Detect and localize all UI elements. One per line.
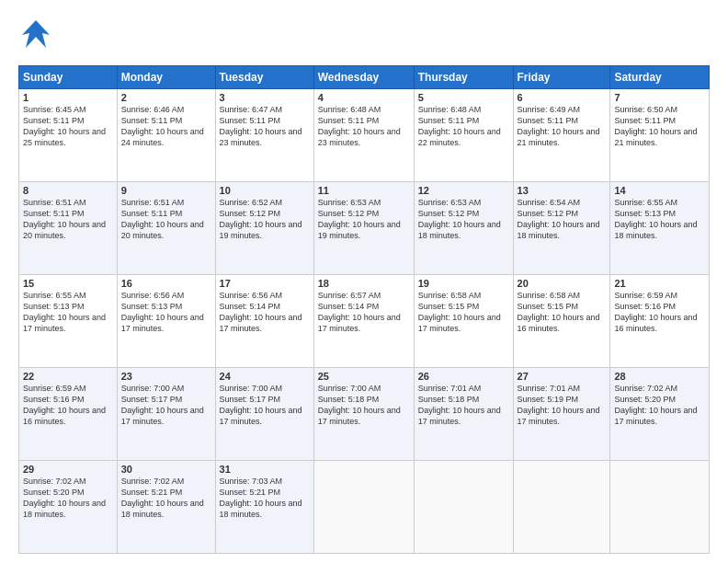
day-info: Sunrise: 6:55 AMSunset: 5:13 PMDaylight:… [23,290,113,335]
day-number: 18 [318,278,410,289]
day-info: Sunrise: 7:00 AMSunset: 5:17 PMDaylight:… [220,383,310,428]
day-cell-11: 11Sunrise: 6:53 AMSunset: 5:12 PMDayligh… [313,182,414,275]
day-cell-26: 26Sunrise: 7:01 AMSunset: 5:18 PMDayligh… [414,368,513,461]
day-cell-15: 15Sunrise: 6:55 AMSunset: 5:13 PMDayligh… [19,275,118,368]
day-cell-31: 31Sunrise: 7:03 AMSunset: 5:21 PMDayligh… [215,461,313,554]
logo [18,17,57,56]
day-number: 6 [518,92,607,103]
day-info: Sunrise: 7:02 AMSunset: 5:20 PMDaylight:… [23,476,113,521]
day-info: Sunrise: 6:48 AMSunset: 5:11 PMDaylight:… [318,104,410,149]
day-number: 9 [121,185,211,196]
day-number: 25 [318,371,410,382]
day-cell-10: 10Sunrise: 6:52 AMSunset: 5:12 PMDayligh… [215,182,313,275]
calendar-week-5: 29Sunrise: 7:02 AMSunset: 5:20 PMDayligh… [19,461,710,554]
day-cell-25: 25Sunrise: 7:00 AMSunset: 5:18 PMDayligh… [313,368,414,461]
day-cell-29: 29Sunrise: 7:02 AMSunset: 5:20 PMDayligh… [19,461,118,554]
day-header-wednesday: Wednesday [313,66,414,89]
day-header-monday: Monday [117,66,215,89]
day-info: Sunrise: 6:58 AMSunset: 5:15 PMDaylight:… [418,290,509,335]
day-cell-16: 16Sunrise: 6:56 AMSunset: 5:13 PMDayligh… [117,275,215,368]
day-number: 8 [23,185,113,196]
day-number: 29 [23,464,113,475]
day-info: Sunrise: 6:46 AMSunset: 5:11 PMDaylight:… [121,104,211,149]
empty-cell [313,461,414,554]
empty-cell [414,461,513,554]
day-cell-27: 27Sunrise: 7:01 AMSunset: 5:19 PMDayligh… [513,368,610,461]
day-cell-9: 9Sunrise: 6:51 AMSunset: 5:11 PMDaylight… [117,182,215,275]
day-cell-4: 4Sunrise: 6:48 AMSunset: 5:11 PMDaylight… [313,89,414,182]
day-header-thursday: Thursday [414,66,513,89]
day-header-tuesday: Tuesday [215,66,313,89]
empty-cell [610,461,710,554]
day-cell-18: 18Sunrise: 6:57 AMSunset: 5:14 PMDayligh… [313,275,414,368]
day-cell-17: 17Sunrise: 6:56 AMSunset: 5:14 PMDayligh… [215,275,313,368]
day-header-sunday: Sunday [19,66,118,89]
day-number: 11 [318,185,410,196]
day-info: Sunrise: 7:00 AMSunset: 5:17 PMDaylight:… [121,383,211,428]
day-info: Sunrise: 6:50 AMSunset: 5:11 PMDaylight:… [614,104,705,149]
day-cell-28: 28Sunrise: 7:02 AMSunset: 5:20 PMDayligh… [610,368,710,461]
day-info: Sunrise: 6:54 AMSunset: 5:12 PMDaylight:… [518,197,607,242]
day-number: 27 [518,371,607,382]
day-number: 15 [23,278,113,289]
calendar-header-row: SundayMondayTuesdayWednesdayThursdayFrid… [19,66,710,89]
day-info: Sunrise: 6:59 AMSunset: 5:16 PMDaylight:… [614,290,705,335]
day-info: Sunrise: 7:02 AMSunset: 5:20 PMDaylight:… [614,383,705,428]
day-number: 7 [614,92,705,103]
day-number: 10 [220,185,310,196]
day-header-friday: Friday [513,66,610,89]
day-info: Sunrise: 7:03 AMSunset: 5:21 PMDaylight:… [220,476,310,521]
day-info: Sunrise: 6:48 AMSunset: 5:11 PMDaylight:… [418,104,509,149]
header [18,17,710,56]
day-number: 4 [318,92,410,103]
day-number: 12 [418,185,509,196]
day-info: Sunrise: 6:49 AMSunset: 5:11 PMDaylight:… [518,104,607,149]
day-cell-19: 19Sunrise: 6:58 AMSunset: 5:15 PMDayligh… [414,275,513,368]
day-info: Sunrise: 6:53 AMSunset: 5:12 PMDaylight:… [318,197,410,242]
day-number: 23 [121,371,211,382]
day-cell-2: 2Sunrise: 6:46 AMSunset: 5:11 PMDaylight… [117,89,215,182]
day-info: Sunrise: 6:53 AMSunset: 5:12 PMDaylight:… [418,197,509,242]
day-info: Sunrise: 6:55 AMSunset: 5:13 PMDaylight:… [614,197,705,242]
page: SundayMondayTuesdayWednesdayThursdayFrid… [0,0,728,563]
day-cell-21: 21Sunrise: 6:59 AMSunset: 5:16 PMDayligh… [610,275,710,368]
day-info: Sunrise: 7:01 AMSunset: 5:18 PMDaylight:… [418,383,509,428]
day-number: 24 [220,371,310,382]
calendar-week-1: 1Sunrise: 6:45 AMSunset: 5:11 PMDaylight… [19,89,710,182]
day-cell-12: 12Sunrise: 6:53 AMSunset: 5:12 PMDayligh… [414,182,513,275]
day-header-saturday: Saturday [610,66,710,89]
day-cell-13: 13Sunrise: 6:54 AMSunset: 5:12 PMDayligh… [513,182,610,275]
day-cell-30: 30Sunrise: 7:02 AMSunset: 5:21 PMDayligh… [117,461,215,554]
day-number: 21 [614,278,705,289]
day-number: 26 [418,371,509,382]
day-cell-20: 20Sunrise: 6:58 AMSunset: 5:15 PMDayligh… [513,275,610,368]
day-number: 5 [418,92,509,103]
day-cell-7: 7Sunrise: 6:50 AMSunset: 5:11 PMDaylight… [610,89,710,182]
day-cell-23: 23Sunrise: 7:00 AMSunset: 5:17 PMDayligh… [117,368,215,461]
day-info: Sunrise: 6:52 AMSunset: 5:12 PMDaylight:… [220,197,310,242]
calendar-table: SundayMondayTuesdayWednesdayThursdayFrid… [18,65,710,554]
day-number: 20 [518,278,607,289]
day-number: 19 [418,278,509,289]
day-cell-3: 3Sunrise: 6:47 AMSunset: 5:11 PMDaylight… [215,89,313,182]
calendar-week-2: 8Sunrise: 6:51 AMSunset: 5:11 PMDaylight… [19,182,710,275]
day-number: 22 [23,371,113,382]
day-number: 14 [614,185,705,196]
calendar-week-3: 15Sunrise: 6:55 AMSunset: 5:13 PMDayligh… [19,275,710,368]
day-info: Sunrise: 7:01 AMSunset: 5:19 PMDaylight:… [518,383,607,428]
day-cell-5: 5Sunrise: 6:48 AMSunset: 5:11 PMDaylight… [414,89,513,182]
calendar-week-4: 22Sunrise: 6:59 AMSunset: 5:16 PMDayligh… [19,368,710,461]
day-number: 31 [220,464,310,475]
day-cell-1: 1Sunrise: 6:45 AMSunset: 5:11 PMDaylight… [19,89,118,182]
day-info: Sunrise: 6:45 AMSunset: 5:11 PMDaylight:… [23,104,113,149]
day-info: Sunrise: 6:56 AMSunset: 5:13 PMDaylight:… [121,290,211,335]
day-number: 17 [220,278,310,289]
day-info: Sunrise: 6:51 AMSunset: 5:11 PMDaylight:… [23,197,113,242]
day-number: 1 [23,92,113,103]
logo-bird-icon [18,17,53,56]
day-info: Sunrise: 6:51 AMSunset: 5:11 PMDaylight:… [121,197,211,242]
day-number: 2 [121,92,211,103]
day-cell-14: 14Sunrise: 6:55 AMSunset: 5:13 PMDayligh… [610,182,710,275]
day-info: Sunrise: 7:00 AMSunset: 5:18 PMDaylight:… [318,383,410,428]
day-info: Sunrise: 6:47 AMSunset: 5:11 PMDaylight:… [220,104,310,149]
